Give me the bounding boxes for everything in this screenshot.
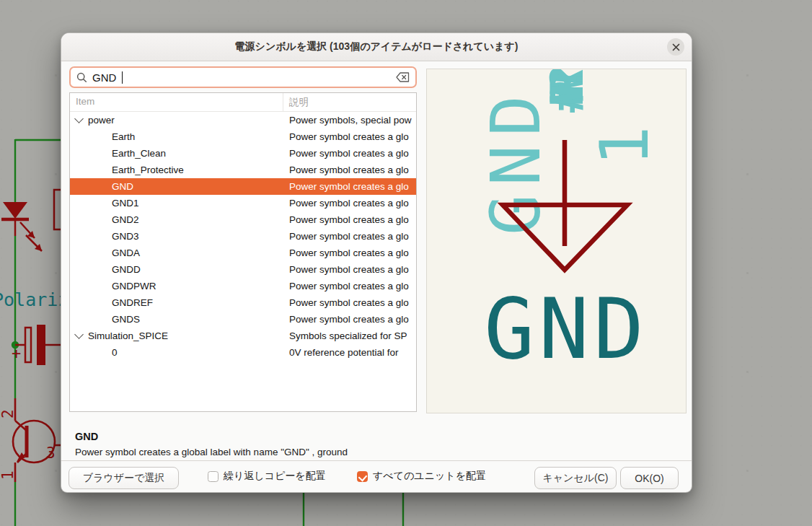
tree-row-GND3[interactable]: GND3Power symbol creates a glo <box>70 228 416 245</box>
preview-pin-name-text: GND <box>477 87 555 235</box>
selected-symbol-name: GND <box>75 431 98 442</box>
chevron-down-icon[interactable] <box>74 330 84 338</box>
tree-item-description: Power symbol creates a glo <box>283 314 416 325</box>
tree-item-label: GNDA <box>112 247 140 258</box>
tree-item-label: GND <box>112 181 133 192</box>
capacitor-plus-sign: + <box>12 344 21 362</box>
column-header-item[interactable]: Item <box>70 93 283 111</box>
tree-item-label: GNDPWR <box>112 281 156 292</box>
search-input[interactable]: GND <box>69 66 417 88</box>
tree-item-description: Power symbol creates a glo <box>283 181 416 192</box>
capacitor-symbol: + <box>12 325 61 365</box>
select-with-browser-button[interactable]: ブラウザーで選択 <box>69 467 179 489</box>
tree-row-GNDPWR[interactable]: GNDPWRPower symbol creates a glo <box>70 278 416 294</box>
ok-label: OK(O) <box>635 473 663 484</box>
tree-item-label: GND2 <box>112 214 139 225</box>
tree-item-description: 0V reference potential for <box>283 347 416 358</box>
symbol-tree[interactable]: Item 説明 powerPower symbols, special powE… <box>69 92 417 412</box>
clear-search-icon[interactable] <box>396 72 410 82</box>
transistor-pin3-number: 3 <box>46 444 56 462</box>
tree-item-label: Earth <box>112 131 135 142</box>
tree-item-description: Power symbols, special pow <box>283 115 416 126</box>
column-header-description[interactable]: 説明 <box>283 93 416 111</box>
place-repeated-copies-checkbox[interactable]: 繰り返しコピーを配置 <box>208 470 326 483</box>
place-all-units-label: すべてのユニットを配置 <box>373 470 486 483</box>
tree-item-description: Power symbol creates a glo <box>283 148 416 159</box>
search-icon <box>76 72 87 83</box>
tree-row-GNDREF[interactable]: GNDREFPower symbol creates a glo <box>70 294 416 311</box>
place-all-units-checkbox[interactable]: すべてのユニットを配置 <box>357 470 486 483</box>
led-symbol <box>1 202 42 251</box>
tree-item-label: Earth_Protective <box>112 165 184 175</box>
tree-row-Simulation_SPICE[interactable]: Simulation_SPICESymbols specialized for … <box>70 328 416 344</box>
tree-item-description: Power symbol creates a glo <box>283 231 416 242</box>
tree-item-label: GNDS <box>112 314 140 325</box>
checkbox-check-icon[interactable] <box>357 471 368 482</box>
tree-item-label: Simulation_SPICE <box>88 330 168 341</box>
tree-item-label: GNDD <box>112 264 141 275</box>
transistor-pin2-number: 2 <box>0 409 17 418</box>
chevron-down-icon[interactable] <box>74 115 84 123</box>
dialog-titlebar[interactable]: 電源シンボルを選択 (103個のアイテムがロードされています) <box>61 33 692 61</box>
transistor-symbol: 2 3 1 <box>0 398 61 482</box>
selected-symbol-description: Power symbol creates a global label with… <box>75 447 348 457</box>
tree-row-GND[interactable]: GNDPower symbol creates a glo <box>70 178 416 195</box>
close-button[interactable] <box>667 38 684 56</box>
tree-item-description: Power symbol creates a glo <box>283 297 416 308</box>
tree-row-Earth_Clean[interactable]: Earth_CleanPower symbol creates a glo <box>70 145 416 162</box>
dialog-title: 電源シンボルを選択 (103個のアイテムがロードされています) <box>235 40 518 53</box>
cancel-label: キャンセル(C) <box>542 472 608 485</box>
place-repeated-copies-label: 繰り返しコピーを配置 <box>224 470 326 483</box>
symbol-preview-pane[interactable]: #PWR? GND 1 GND <box>426 69 687 413</box>
tree-item-label: GND1 <box>112 198 139 209</box>
ok-button[interactable]: OK(O) <box>620 467 679 489</box>
tree-item-description: Power symbol creates a glo <box>283 214 416 225</box>
tree-rows: powerPower symbols, special powEarthPowe… <box>70 112 416 361</box>
tree-item-description: Power symbol creates a glo <box>283 264 416 275</box>
tree-item-label: Earth_Clean <box>112 148 166 159</box>
tree-item-description: Power symbol creates a glo <box>283 198 416 209</box>
tree-item-label: GND3 <box>112 231 139 242</box>
tree-row-Earth_Protective[interactable]: Earth_ProtectivePower symbol creates a g… <box>70 162 416 178</box>
symbol-preview-drawing: #PWR? GND 1 GND <box>427 69 686 413</box>
tree-item-description: Power symbol creates a glo <box>283 247 416 258</box>
text-caret <box>122 71 123 84</box>
search-value: GND <box>92 71 116 84</box>
preview-value-text: GND <box>484 280 648 377</box>
tree-row-GNDA[interactable]: GNDAPower symbol creates a glo <box>70 245 416 261</box>
tree-item-description: Symbols specialized for SP <box>283 330 416 341</box>
preview-pin-number-text: 1 <box>586 126 663 166</box>
tree-item-label: GNDREF <box>112 297 153 308</box>
tree-header[interactable]: Item 説明 <box>70 93 416 112</box>
tree-row-GND2[interactable]: GND2Power symbol creates a glo <box>70 211 416 228</box>
select-with-browser-label: ブラウザーで選択 <box>83 472 165 485</box>
tree-item-description: Power symbol creates a glo <box>283 165 416 175</box>
tree-item-description: Power symbol creates a glo <box>283 281 416 292</box>
cancel-button[interactable]: キャンセル(C) <box>534 467 617 489</box>
tree-row-Earth[interactable]: EarthPower symbol creates a glo <box>70 128 416 145</box>
power-symbol-chooser-dialog: 電源シンボルを選択 (103個のアイテムがロードされています) GND Item… <box>61 32 692 493</box>
checkbox-box-icon[interactable] <box>208 471 219 482</box>
tree-row-GNDS[interactable]: GNDSPower symbol creates a glo <box>70 311 416 328</box>
tree-item-label: 0 <box>112 347 118 358</box>
tree-row-GND1[interactable]: GND1Power symbol creates a glo <box>70 195 416 211</box>
tree-item-label: power <box>88 115 115 126</box>
tree-row-0[interactable]: 00V reference potential for <box>70 344 416 361</box>
tree-row-GNDD[interactable]: GNDDPower symbol creates a glo <box>70 261 416 278</box>
tree-row-power[interactable]: powerPower symbols, special pow <box>70 112 416 128</box>
close-icon <box>672 43 680 51</box>
tree-item-description: Power symbol creates a glo <box>283 131 416 142</box>
bottom-separator <box>61 460 692 461</box>
transistor-pin1-number: 1 <box>0 470 17 480</box>
